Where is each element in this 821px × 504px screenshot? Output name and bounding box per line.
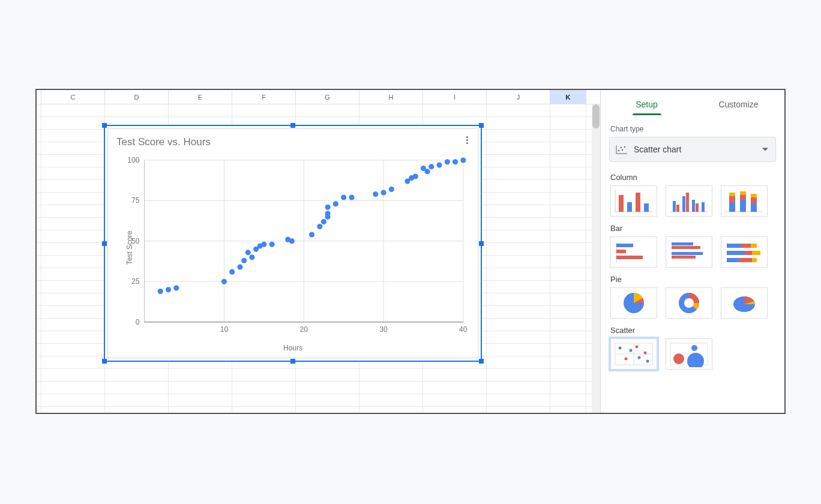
chart-editor-panel: Setup Customize Chart type Scatter chart… bbox=[600, 90, 784, 413]
svg-text:10: 10 bbox=[220, 325, 229, 334]
svg-text:20: 20 bbox=[299, 325, 308, 334]
svg-rect-72 bbox=[682, 196, 685, 212]
chart-thumb-scatter-bubble[interactable] bbox=[666, 338, 712, 370]
resize-handle-bl[interactable] bbox=[102, 359, 107, 364]
column-header-C[interactable]: C bbox=[41, 90, 105, 104]
grid-row[interactable] bbox=[37, 369, 600, 382]
svg-point-114 bbox=[636, 346, 639, 349]
chart-thumb-bar-stacked[interactable] bbox=[721, 236, 768, 268]
chart-thumb-pie-donut[interactable] bbox=[666, 287, 712, 319]
svg-point-59 bbox=[618, 150, 619, 151]
grid-row[interactable] bbox=[37, 407, 600, 413]
svg-text:100: 100 bbox=[127, 156, 140, 164]
column-header-D[interactable]: D bbox=[105, 90, 169, 104]
svg-point-121 bbox=[691, 345, 697, 351]
svg-point-52 bbox=[429, 164, 434, 169]
svg-text:30: 30 bbox=[379, 325, 388, 334]
svg-point-51 bbox=[425, 169, 430, 174]
tab-customize[interactable]: Customize bbox=[693, 90, 784, 119]
svg-rect-90 bbox=[616, 256, 643, 259]
svg-point-113 bbox=[630, 349, 633, 352]
svg-rect-82 bbox=[740, 195, 746, 200]
svg-rect-71 bbox=[676, 205, 679, 212]
scroll-thumb[interactable] bbox=[592, 104, 600, 128]
column-header-G[interactable]: G bbox=[296, 90, 359, 104]
svg-point-24 bbox=[229, 269, 235, 275]
svg-point-115 bbox=[638, 356, 641, 359]
svg-point-49 bbox=[413, 173, 418, 179]
svg-point-42 bbox=[341, 194, 346, 200]
svg-rect-103 bbox=[752, 258, 757, 262]
svg-rect-83 bbox=[740, 191, 746, 195]
column-header-H[interactable]: H bbox=[359, 90, 423, 104]
chart-type-value: Scatter chart bbox=[634, 145, 681, 154]
svg-point-116 bbox=[644, 352, 647, 355]
resize-handle-mr[interactable] bbox=[479, 241, 484, 246]
svg-point-21 bbox=[166, 287, 171, 292]
svg-rect-67 bbox=[636, 193, 640, 212]
svg-rect-98 bbox=[727, 251, 745, 255]
grid-row[interactable] bbox=[37, 382, 600, 394]
column-header-F[interactable]: F bbox=[232, 90, 296, 104]
svg-point-25 bbox=[237, 264, 242, 269]
svg-rect-100 bbox=[752, 251, 760, 255]
svg-point-46 bbox=[389, 187, 394, 192]
chart-object[interactable]: Test Score vs. Hours Test Score 02550751… bbox=[104, 125, 482, 362]
svg-rect-94 bbox=[672, 256, 696, 259]
svg-point-61 bbox=[622, 149, 623, 151]
resize-handle-tr[interactable] bbox=[479, 123, 484, 128]
svg-point-20 bbox=[158, 289, 163, 294]
vertical-scrollbar[interactable] bbox=[592, 104, 600, 413]
spreadsheet-area: CDEFGHIJK Test Score vs. Hours Test Scor… bbox=[37, 90, 600, 413]
resize-handle-bm[interactable] bbox=[290, 359, 295, 364]
svg-point-39 bbox=[325, 211, 331, 216]
column-header-J[interactable]: J bbox=[487, 90, 550, 104]
chart-thumb-column-basic[interactable] bbox=[610, 185, 657, 217]
svg-rect-101 bbox=[727, 258, 739, 262]
svg-rect-95 bbox=[727, 244, 741, 248]
resize-handle-ml[interactable] bbox=[102, 241, 107, 246]
chart-type-select[interactable]: Scatter chart bbox=[609, 137, 776, 162]
grid-row[interactable] bbox=[37, 104, 600, 117]
thumb-category-label: Column bbox=[610, 173, 775, 182]
thumb-category-label: Pie bbox=[610, 275, 775, 284]
svg-rect-75 bbox=[696, 203, 699, 212]
chart-xlabel: Hours bbox=[116, 344, 469, 352]
svg-rect-68 bbox=[644, 203, 649, 212]
chart-thumb-pie-3d[interactable] bbox=[721, 287, 768, 319]
svg-point-120 bbox=[687, 353, 704, 367]
chart-thumb-column-stacked[interactable] bbox=[721, 185, 768, 217]
chart-thumb-pie-basic[interactable] bbox=[610, 287, 657, 319]
svg-rect-96 bbox=[741, 244, 751, 248]
resize-handle-br[interactable] bbox=[479, 359, 484, 364]
svg-text:75: 75 bbox=[131, 196, 140, 205]
column-headers: CDEFGHIJK bbox=[37, 90, 600, 104]
svg-point-119 bbox=[673, 353, 684, 364]
svg-point-23 bbox=[221, 279, 227, 284]
svg-text:25: 25 bbox=[131, 277, 140, 286]
svg-point-117 bbox=[646, 360, 649, 363]
chart-thumb-bar-basic[interactable] bbox=[610, 236, 657, 268]
svg-point-27 bbox=[245, 250, 251, 255]
svg-point-41 bbox=[333, 201, 338, 206]
svg-text:40: 40 bbox=[459, 325, 468, 334]
column-header-K[interactable]: K bbox=[550, 90, 586, 104]
svg-rect-84 bbox=[751, 203, 757, 212]
svg-point-106 bbox=[684, 298, 694, 308]
svg-point-32 bbox=[269, 242, 275, 247]
chart-thumb-column-grouped[interactable] bbox=[666, 185, 712, 217]
resize-handle-tm[interactable] bbox=[290, 123, 295, 128]
resize-handle-tl[interactable] bbox=[102, 123, 107, 128]
chart-thumbnails: ColumnBarPieScatter bbox=[601, 162, 784, 373]
editor-tabs: Setup Customize bbox=[601, 90, 784, 119]
column-header-I[interactable]: I bbox=[423, 90, 487, 104]
svg-rect-79 bbox=[729, 196, 735, 202]
chart-thumb-scatter-basic[interactable] bbox=[610, 338, 657, 370]
svg-point-34 bbox=[289, 238, 295, 244]
chart-thumb-bar-grouped[interactable] bbox=[666, 236, 712, 268]
column-header-E[interactable]: E bbox=[169, 90, 232, 104]
svg-point-45 bbox=[380, 190, 386, 195]
chart-menu-button[interactable] bbox=[461, 134, 473, 146]
grid-row[interactable] bbox=[37, 394, 600, 407]
tab-setup[interactable]: Setup bbox=[601, 90, 693, 119]
